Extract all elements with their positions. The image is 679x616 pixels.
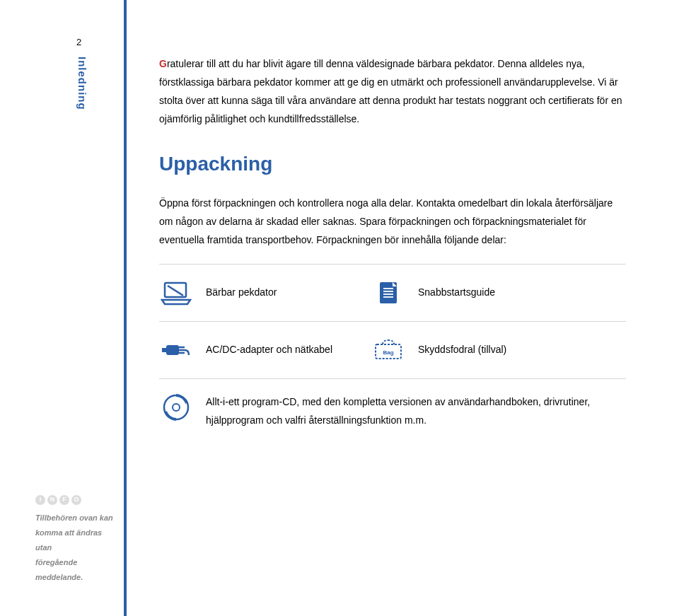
item-row: AC/DC-adapter och nätkabel Bag Skyddsfod… — [159, 322, 626, 378]
item-row: Allt-i-ett program-CD, med den kompletta… — [159, 379, 626, 444]
info-line: komma att ändras utan — [35, 525, 120, 555]
info-icon: I N F O — [35, 495, 120, 505]
svg-line-1 — [168, 286, 183, 296]
drop-cap: G — [159, 58, 167, 69]
item-label: Skyddsfodral (tillval) — [418, 341, 506, 359]
info-line: Tillbehören ovan kan — [35, 511, 120, 525]
section-body: Öppna först förpackningen och kontroller… — [159, 194, 626, 250]
intro-text: ratulerar till att du har blivit ägare t… — [159, 58, 622, 124]
item-cell: Bag Skyddsfodral (tillval) — [371, 336, 626, 364]
laptop-icon — [159, 279, 193, 307]
item-row: Bärbar pekdator Snabbstartsguide — [159, 265, 626, 321]
document-icon — [371, 279, 405, 307]
svg-point-15 — [173, 404, 180, 411]
svg-text:Bag: Bag — [383, 349, 393, 356]
power-adapter-icon — [159, 336, 193, 364]
info-line: föregående meddelande. — [35, 555, 120, 585]
item-cell: Bärbar pekdator — [159, 279, 371, 307]
items-list: Bärbar pekdator Snabbstartsguide — [159, 264, 626, 444]
svg-rect-7 — [166, 345, 179, 355]
item-label: Bärbar pekdator — [206, 284, 277, 302]
intro-paragraph: Gratulerar till att du har blivit ägare … — [159, 55, 626, 129]
vertical-rule — [124, 0, 127, 616]
info-note: I N F O Tillbehören ovan kan komma att ä… — [35, 495, 120, 584]
main-content: Gratulerar till att du har blivit ägare … — [159, 55, 626, 444]
sidebar-heading: Inledning — [76, 57, 88, 110]
item-label: Snabbstartsguide — [418, 284, 495, 302]
page-number: 2 — [76, 37, 81, 47]
item-cell: AC/DC-adapter och nätkabel — [159, 336, 371, 364]
bag-icon: Bag — [371, 336, 405, 364]
section-title: Uppackning — [159, 146, 626, 182]
item-label: Allt-i-ett program-CD, med den kompletta… — [206, 393, 626, 430]
item-cell: Snabbstartsguide — [371, 279, 626, 307]
svg-rect-8 — [162, 348, 166, 352]
cd-icon — [159, 393, 193, 422]
item-label: AC/DC-adapter och nätkabel — [206, 341, 332, 359]
